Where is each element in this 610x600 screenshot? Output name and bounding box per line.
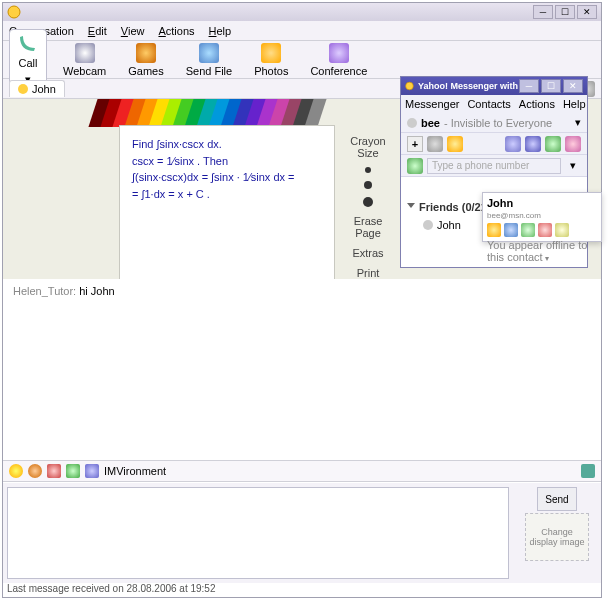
status-row[interactable]: bee - Invisible to Everyone ▾	[401, 113, 587, 133]
svg-point-1	[406, 82, 414, 90]
min-button[interactable]: ─	[519, 79, 539, 93]
maximize-button[interactable]: ☐	[555, 5, 575, 19]
menu-actions[interactable]: Actions	[519, 98, 555, 110]
addressbook-icon[interactable]	[545, 136, 561, 152]
phone-row: Type a phone number ▾	[401, 155, 587, 177]
whiteboard-canvas[interactable]: Find ∫sinx·cscx dx. cscx = 1⁄sinx . Then…	[119, 125, 335, 287]
photos-button[interactable]: Photos	[248, 41, 294, 79]
smiley-icon[interactable]	[9, 464, 23, 478]
games-label: Games	[128, 65, 163, 77]
minimize-button[interactable]: ─	[533, 5, 553, 19]
msg-author: Helen_Tutor:	[13, 285, 76, 297]
close-button[interactable]: ✕	[577, 5, 597, 19]
print-button[interactable]: Print	[357, 267, 380, 279]
app-icon	[405, 79, 414, 93]
contact-popup: John bee@msn.com You appear offline to t…	[482, 192, 602, 242]
inbox-icon[interactable]	[525, 136, 541, 152]
sendfile-button[interactable]: Send File	[180, 41, 238, 79]
dropdown-icon[interactable]: ▾	[575, 116, 581, 129]
photos-label: Photos	[254, 65, 288, 77]
mail-icon[interactable]	[505, 136, 521, 152]
call-label: Call	[19, 57, 38, 69]
format-icon[interactable]	[47, 464, 61, 478]
menubar: Conversation Edit View Actions Help	[3, 21, 601, 41]
wb-line-3: ∫(sinx·cscx)dx = ∫sinx · 1⁄sinx dx =	[132, 169, 322, 186]
user-status: - Invisible to Everyone	[444, 117, 552, 129]
popup-name: John	[487, 197, 541, 209]
erase-button[interactable]: Erase Page	[343, 215, 393, 239]
games-button[interactable]: Games	[122, 41, 169, 79]
toolbar: Call ▾ Webcam Games Send File Photos Con…	[3, 41, 601, 79]
statusbar: Last message received on 28.08.2006 at 1…	[3, 583, 601, 597]
imv-bar: IMVironment	[3, 460, 601, 482]
menu-help[interactable]: Help	[563, 98, 586, 110]
imv-label[interactable]: IMVironment	[104, 465, 166, 477]
calendar-icon[interactable]	[565, 136, 581, 152]
emoticon-icon[interactable]	[28, 464, 42, 478]
size-dot-large[interactable]	[363, 197, 373, 207]
contact-card-icon[interactable]	[581, 464, 595, 478]
conference-icon	[329, 43, 349, 63]
webcam-button[interactable]: Webcam	[57, 41, 112, 79]
sendfile-label: Send File	[186, 65, 232, 77]
presence-icon	[18, 84, 28, 94]
phone-icon	[18, 33, 38, 53]
sms-icon[interactable]	[521, 223, 535, 237]
size-dot-small[interactable]	[365, 167, 371, 173]
photos-icon	[261, 43, 281, 63]
contact-tab[interactable]: John	[9, 80, 65, 97]
imv-icon[interactable]	[85, 464, 99, 478]
compose-area: Send Change display image	[3, 483, 601, 583]
phone-icon[interactable]	[407, 158, 423, 174]
app-icon	[7, 5, 21, 19]
message-input[interactable]	[7, 487, 509, 579]
msg-text: hi John	[79, 285, 114, 297]
buzz-icon[interactable]	[66, 464, 80, 478]
sendfile-icon	[199, 43, 219, 63]
conference-label: Conference	[310, 65, 367, 77]
im-icon[interactable]	[487, 223, 501, 237]
wb-line-1: Find ∫sinx·cscx dx.	[132, 136, 322, 153]
menu-contacts[interactable]: Contacts	[467, 98, 510, 110]
svg-point-0	[8, 6, 20, 18]
more-icon[interactable]	[555, 223, 569, 237]
messenger-titlebar: Yahoo! Messenger with Voice (BETA) ─ ☐ ✕	[401, 77, 587, 95]
tab-label: John	[32, 83, 56, 95]
crayon-size-label[interactable]: Crayon Size	[343, 135, 393, 159]
presence-icon	[423, 220, 433, 230]
max-button[interactable]: ☐	[541, 79, 561, 93]
menu-edit[interactable]: Edit	[88, 25, 107, 37]
webcam-icon	[75, 43, 95, 63]
expand-icon	[407, 203, 415, 212]
wb-line-4: = ∫1·dx = x + C .	[132, 186, 322, 203]
close-button[interactable]: ✕	[563, 79, 583, 93]
menu-help[interactable]: Help	[209, 25, 232, 37]
popup-email: bee@msn.com	[487, 211, 541, 220]
wb-line-2: cscx = 1⁄sinx . Then	[132, 153, 322, 170]
display-image-box[interactable]: Change display image	[525, 513, 589, 561]
menu-view[interactable]: View	[121, 25, 145, 37]
extras-button[interactable]: Extras	[352, 247, 383, 259]
popup-status: You appear offline to this contact ▾	[487, 239, 597, 263]
bell-icon[interactable]	[447, 136, 463, 152]
webcam-label: Webcam	[63, 65, 106, 77]
sms-icon[interactable]	[427, 136, 443, 152]
dial-dropdown[interactable]: ▾	[565, 158, 581, 174]
action-icons: +	[401, 133, 587, 155]
call-icon[interactable]	[504, 223, 518, 237]
whiteboard-tools: Crayon Size Erase Page Extras Print	[343, 135, 393, 279]
add-button[interactable]: +	[407, 136, 423, 152]
menu-actions[interactable]: Actions	[158, 25, 194, 37]
size-dot-medium[interactable]	[364, 181, 372, 189]
crayon-palette[interactable]	[93, 99, 343, 127]
menu-messenger[interactable]: Messenger	[405, 98, 459, 110]
username: bee	[421, 117, 440, 129]
presence-icon	[407, 118, 417, 128]
mail-icon[interactable]	[538, 223, 552, 237]
message-history: Helen_Tutor: hi John	[3, 279, 601, 449]
messenger-title: Yahoo! Messenger with Voice (BETA)	[418, 81, 519, 91]
phone-input[interactable]: Type a phone number	[427, 158, 561, 174]
send-button[interactable]: Send	[537, 487, 577, 511]
conference-button[interactable]: Conference	[304, 41, 373, 79]
titlebar: ─ ☐ ✕	[3, 3, 601, 21]
